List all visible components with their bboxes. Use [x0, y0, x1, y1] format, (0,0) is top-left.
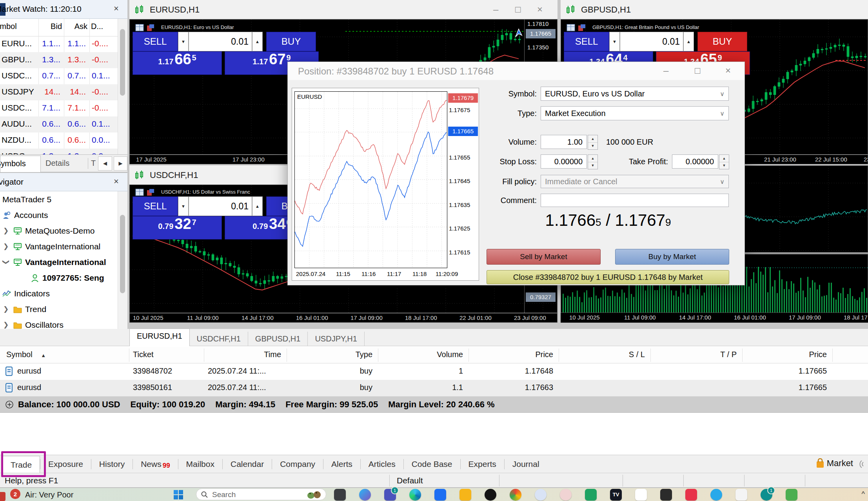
- start-button-icon[interactable]: [173, 490, 183, 500]
- toolbox-tab-experts[interactable]: Experts: [461, 456, 504, 473]
- tree-item-vantageinternational[interactable]: ❯VantageInternational: [0, 255, 118, 270]
- volume-up-icon[interactable]: ▲: [252, 196, 263, 216]
- chart-tab-gbpusd-h1[interactable]: GBPUSD,H1: [248, 332, 308, 346]
- toolbox-tab-alerts[interactable]: Alerts: [323, 456, 360, 473]
- scrollbar-thumb[interactable]: [120, 215, 125, 293]
- maximize-icon[interactable]: □: [515, 4, 521, 15]
- buy-by-market-button[interactable]: Buy by Market: [615, 249, 729, 265]
- priority-one-icon[interactable]: 1: [761, 489, 772, 501]
- volume-input[interactable]: 0.01: [189, 196, 252, 216]
- minimize-icon[interactable]: –: [493, 4, 498, 15]
- copilot-icon[interactable]: [359, 489, 371, 501]
- weather-icon[interactable]: [0, 492, 5, 501]
- market-watch-row[interactable]: USDC...0.7...0.7...0.1...: [0, 68, 118, 84]
- teams-icon[interactable]: 1: [384, 489, 396, 501]
- market-watch-row[interactable]: USDJPY14...14...-0....: [0, 84, 118, 100]
- col-symbol[interactable]: Symbol: [0, 22, 17, 31]
- stop-loss-spinner[interactable]: ▲▼: [588, 154, 598, 169]
- toolbox-tab-mailbox[interactable]: Mailbox: [178, 456, 222, 473]
- close-position-button[interactable]: Close #339848702 buy 1 EURUSD 1.17648 by…: [487, 270, 729, 284]
- volume-down-icon[interactable]: ▼: [178, 196, 189, 216]
- expander-icon[interactable]: ❯: [3, 227, 9, 235]
- col-header-volume[interactable]: Volume: [378, 350, 463, 359]
- weather-text[interactable]: Air: Very Poor: [25, 490, 73, 499]
- col-daily[interactable]: D...: [91, 22, 103, 31]
- clipchamp-icon[interactable]: [635, 489, 647, 501]
- toolbox-tab-articles[interactable]: Articles: [361, 456, 403, 473]
- volume-input[interactable]: 0.01: [189, 32, 252, 51]
- market-watch-row[interactable]: GBPU...1.3...1.3...-0....: [0, 52, 118, 68]
- account-icon[interactable]: [485, 489, 496, 501]
- toolbox-tab-calendar[interactable]: Calendar: [223, 456, 272, 473]
- close-icon[interactable]: ×: [537, 4, 543, 15]
- type-select[interactable]: Market Execution∨: [541, 106, 729, 120]
- sell-price[interactable]: 0.79 32 7: [133, 216, 222, 240]
- volume-spinner[interactable]: ▲▼: [588, 135, 598, 150]
- tree-item-vantageinternational[interactable]: ❯VantageInternational: [0, 239, 118, 255]
- take-profit-spinner[interactable]: ▲▼: [719, 154, 729, 169]
- sell-button[interactable]: SELL: [564, 32, 609, 51]
- tree-item-metaquotes-demo[interactable]: ❯MetaQuotes-Demo: [0, 223, 118, 239]
- apps-icon[interactable]: [334, 489, 346, 501]
- tab-symbols[interactable]: Symbols: [0, 156, 41, 172]
- tree-item-10972765-seng[interactable]: 10972765: Seng: [0, 270, 118, 286]
- store-icon[interactable]: [434, 489, 446, 501]
- close-icon[interactable]: ×: [725, 65, 731, 76]
- tab-scroll-left-icon[interactable]: ◀: [98, 156, 112, 171]
- market-watch-row[interactable]: USDC...7.1...7.1...-0....: [0, 100, 118, 116]
- toolbox-tab-news[interactable]: News99: [133, 456, 178, 473]
- expand-icon[interactable]: [5, 400, 14, 409]
- scrollbar-thumb[interactable]: [120, 29, 125, 96]
- telegram-icon[interactable]: [710, 489, 722, 501]
- symbol-select[interactable]: EURUSD, Euro vs US Dollar∨: [541, 87, 729, 101]
- toolbox-tab-exposure[interactable]: Exposure: [40, 456, 91, 473]
- position-row[interactable]: eurusd3398501612025.07.24 11:...buy1.11.…: [0, 380, 868, 396]
- col-header-s-l[interactable]: S / L: [559, 350, 645, 359]
- toolbox-tab-journal[interactable]: Journal: [505, 456, 547, 473]
- volume-input[interactable]: 0.01: [620, 32, 683, 51]
- buy-button[interactable]: BUY: [697, 32, 747, 51]
- expander-icon[interactable]: ❯: [3, 305, 9, 313]
- col-bid[interactable]: Bid: [38, 22, 62, 31]
- position-row[interactable]: eurusd3398487022025.07.24 11:...buy11.17…: [0, 363, 868, 380]
- col-header-price[interactable]: Price: [742, 350, 827, 359]
- search-input[interactable]: Search: [196, 488, 326, 500]
- tab-details[interactable]: Details: [45, 159, 69, 168]
- col-header-t-p[interactable]: T / P: [650, 350, 737, 359]
- wallet-icon[interactable]: [660, 489, 672, 501]
- col-header-time[interactable]: Time: [204, 350, 281, 359]
- close-icon[interactable]: ×: [114, 4, 119, 13]
- volume-down-icon[interactable]: ▼: [178, 32, 189, 51]
- expander-icon[interactable]: ❯: [3, 242, 9, 250]
- minimize-icon[interactable]: –: [663, 65, 668, 76]
- sell-by-market-button[interactable]: Sell by Market: [487, 249, 601, 265]
- tradingview-icon[interactable]: TV: [610, 489, 622, 501]
- chart-tab-usdchf-h1[interactable]: USDCHF,H1: [190, 332, 248, 346]
- stop-loss-field[interactable]: 0.00000: [541, 154, 587, 169]
- eurusd-titlebar[interactable]: EURUSD,H1 – □ ×: [129, 0, 557, 19]
- market-button[interactable]: Market: [816, 458, 853, 468]
- col-ask[interactable]: Ask: [64, 22, 87, 31]
- market-watch-row[interactable]: AUDU...0.6...0.6...0.1...: [0, 116, 118, 133]
- tree-item-accounts[interactable]: Accounts: [0, 208, 118, 223]
- market-watch-row[interactable]: EURU...1.1...1.1...-0....: [0, 36, 118, 52]
- market-watch-row[interactable]: NZDU...0.6...0.6...0.0...: [0, 133, 118, 149]
- sell-price[interactable]: 1.17 66 5: [133, 51, 222, 75]
- volume-field[interactable]: 1.00: [541, 135, 587, 149]
- edge-icon[interactable]: [409, 489, 421, 501]
- threads-icon[interactable]: [735, 489, 747, 501]
- volume-up-icon[interactable]: ▲: [683, 32, 694, 51]
- maximize-icon[interactable]: □: [695, 65, 701, 76]
- tree-item-trend[interactable]: ❯Trend: [0, 302, 118, 318]
- tray-expand-icon[interactable]: ^: [862, 490, 865, 498]
- folder-icon[interactable]: [459, 489, 471, 501]
- toolbox-tab-company[interactable]: Company: [272, 456, 323, 473]
- dialog-titlebar[interactable]: Position: #339848702 buy 1 EURUSD 1.1764…: [288, 62, 745, 80]
- col-header-type[interactable]: Type: [287, 350, 372, 359]
- sell-button[interactable]: SELL: [133, 32, 178, 51]
- volume-down-icon[interactable]: ▼: [609, 32, 620, 51]
- col-header-ticket[interactable]: Ticket: [133, 350, 154, 359]
- expander-icon[interactable]: ❯: [3, 321, 9, 329]
- comment-input[interactable]: [541, 194, 729, 207]
- close-icon[interactable]: ×: [114, 177, 119, 186]
